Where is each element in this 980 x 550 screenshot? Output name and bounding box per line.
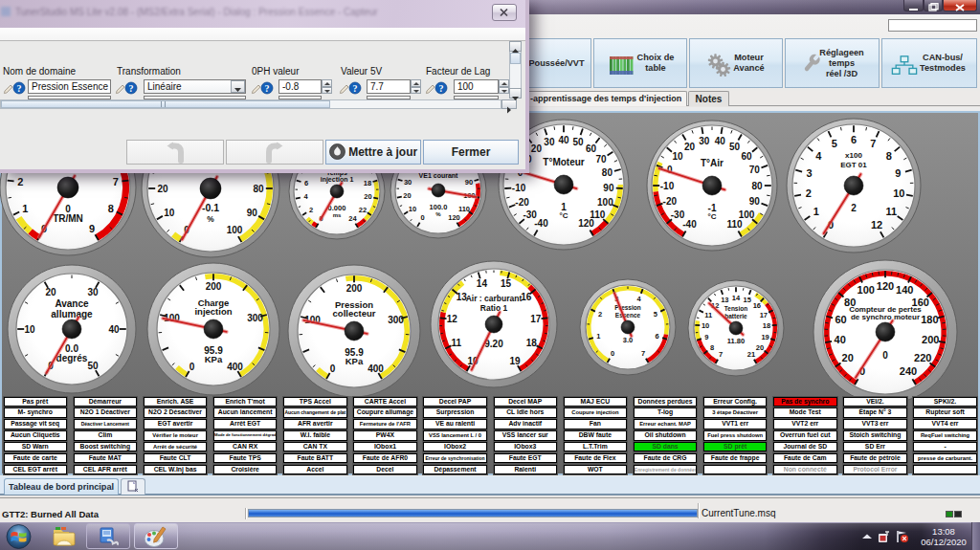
svg-text:70: 70 bbox=[596, 154, 608, 165]
svg-text:17: 17 bbox=[760, 311, 768, 319]
svg-text:400: 400 bbox=[368, 363, 384, 374]
svg-text:allumage: allumage bbox=[51, 309, 93, 319]
svg-text:50: 50 bbox=[729, 142, 741, 152]
svg-text:17: 17 bbox=[530, 314, 542, 324]
svg-text:2: 2 bbox=[598, 310, 602, 319]
svg-text:30: 30 bbox=[87, 287, 99, 297]
svg-text:200: 200 bbox=[922, 334, 939, 345]
svg-text:0: 0 bbox=[882, 350, 888, 361]
svg-text:19: 19 bbox=[761, 333, 768, 341]
svg-text:220: 220 bbox=[914, 352, 931, 363]
svg-text:140: 140 bbox=[896, 284, 913, 296]
svg-text:10: 10 bbox=[409, 205, 416, 213]
svg-text:10: 10 bbox=[672, 151, 683, 162]
svg-text:%: % bbox=[435, 211, 441, 217]
svg-text:10: 10 bbox=[164, 208, 175, 218]
svg-text:2: 2 bbox=[851, 203, 857, 213]
svg-text:5: 5 bbox=[832, 138, 837, 149]
svg-text:9: 9 bbox=[89, 223, 95, 234]
svg-text:20: 20 bbox=[45, 287, 56, 297]
svg-text:TunerStudio MS Lite v2.08 - (M: TunerStudio MS Lite v2.08 - (MS2/Extra S… bbox=[15, 7, 378, 17]
svg-text:2: 2 bbox=[17, 176, 23, 187]
svg-text:Air : carburant: Air : carburant bbox=[466, 294, 523, 303]
svg-text:50: 50 bbox=[87, 361, 99, 371]
svg-text:7: 7 bbox=[870, 138, 876, 149]
svg-text:400: 400 bbox=[227, 362, 243, 372]
svg-text:11.80: 11.80 bbox=[727, 337, 745, 345]
svg-text:18: 18 bbox=[364, 179, 371, 187]
svg-text:70: 70 bbox=[749, 165, 761, 175]
svg-text:-30: -30 bbox=[671, 209, 685, 220]
svg-text:16: 16 bbox=[753, 301, 761, 310]
svg-text:6: 6 bbox=[304, 179, 308, 187]
svg-text:-40: -40 bbox=[534, 218, 548, 229]
svg-text:20: 20 bbox=[684, 142, 696, 152]
svg-text:-30: -30 bbox=[523, 209, 537, 220]
svg-text:14: 14 bbox=[477, 278, 488, 289]
svg-text:2: 2 bbox=[806, 187, 812, 199]
svg-text:-40: -40 bbox=[682, 219, 697, 230]
svg-text:x100: x100 bbox=[845, 151, 862, 160]
svg-text:0: 0 bbox=[330, 363, 336, 374]
svg-text:240: 240 bbox=[900, 365, 917, 377]
svg-text:TR/MN: TR/MN bbox=[53, 213, 83, 224]
svg-text:60: 60 bbox=[586, 143, 597, 154]
svg-text:4: 4 bbox=[815, 150, 822, 162]
svg-text:EGT 01: EGT 01 bbox=[840, 161, 867, 169]
svg-text:7: 7 bbox=[719, 350, 723, 359]
svg-text:40: 40 bbox=[715, 136, 726, 146]
svg-text:9: 9 bbox=[895, 167, 901, 179]
svg-text:3: 3 bbox=[807, 167, 813, 179]
svg-text:1: 1 bbox=[596, 332, 600, 341]
svg-text:120: 120 bbox=[578, 218, 594, 229]
svg-text:20: 20 bbox=[157, 184, 168, 194]
svg-text:110: 110 bbox=[458, 205, 470, 213]
svg-text:12: 12 bbox=[871, 219, 882, 231]
svg-text:6: 6 bbox=[851, 134, 857, 145]
svg-text:20: 20 bbox=[756, 343, 764, 352]
svg-text:0: 0 bbox=[189, 362, 195, 372]
svg-text:7: 7 bbox=[641, 349, 645, 358]
svg-text:50: 50 bbox=[573, 137, 585, 147]
svg-text:18: 18 bbox=[526, 338, 538, 348]
svg-text:90: 90 bbox=[749, 196, 761, 207]
svg-text:80: 80 bbox=[751, 181, 763, 191]
svg-text:20: 20 bbox=[842, 352, 854, 363]
svg-text:7: 7 bbox=[113, 176, 119, 187]
svg-text:30: 30 bbox=[699, 136, 710, 146]
svg-text:Avance: Avance bbox=[55, 298, 89, 309]
svg-text:11: 11 bbox=[451, 338, 461, 348]
svg-text:14: 14 bbox=[732, 294, 741, 302]
svg-text:%: % bbox=[207, 214, 214, 224]
svg-text:collecteur: collecteur bbox=[333, 308, 376, 319]
svg-text:60: 60 bbox=[835, 314, 846, 325]
svg-text:degrés: degrés bbox=[56, 353, 88, 363]
svg-text:-20: -20 bbox=[515, 197, 529, 208]
svg-text:de synchro moteur: de synchro moteur bbox=[851, 313, 920, 321]
svg-text:batterie: batterie bbox=[724, 313, 747, 319]
svg-text:18: 18 bbox=[763, 321, 770, 330]
svg-text:T°Air: T°Air bbox=[701, 158, 724, 168]
svg-text:120: 120 bbox=[448, 213, 460, 222]
svg-text:180: 180 bbox=[921, 314, 938, 325]
svg-text:-20: -20 bbox=[663, 196, 678, 207]
svg-text:40: 40 bbox=[108, 324, 120, 335]
svg-text:KPa: KPa bbox=[205, 354, 223, 364]
svg-text:°C: °C bbox=[708, 212, 717, 221]
svg-text:1: 1 bbox=[22, 203, 28, 214]
svg-text:20: 20 bbox=[403, 191, 411, 200]
svg-text:120: 120 bbox=[877, 280, 894, 292]
svg-text:15: 15 bbox=[744, 296, 751, 304]
svg-text:80: 80 bbox=[602, 167, 613, 178]
svg-text:21: 21 bbox=[747, 350, 755, 359]
svg-text:300: 300 bbox=[388, 315, 404, 325]
svg-text:0: 0 bbox=[611, 349, 614, 358]
svg-text:°C: °C bbox=[560, 211, 568, 220]
svg-text:0: 0 bbox=[65, 204, 71, 214]
svg-text:8: 8 bbox=[108, 203, 114, 214]
svg-text:-10: -10 bbox=[660, 181, 675, 191]
svg-text:90: 90 bbox=[465, 178, 473, 187]
svg-text:-10: -10 bbox=[512, 183, 526, 193]
svg-text:300: 300 bbox=[247, 313, 263, 323]
svg-text:1: 1 bbox=[813, 206, 819, 217]
